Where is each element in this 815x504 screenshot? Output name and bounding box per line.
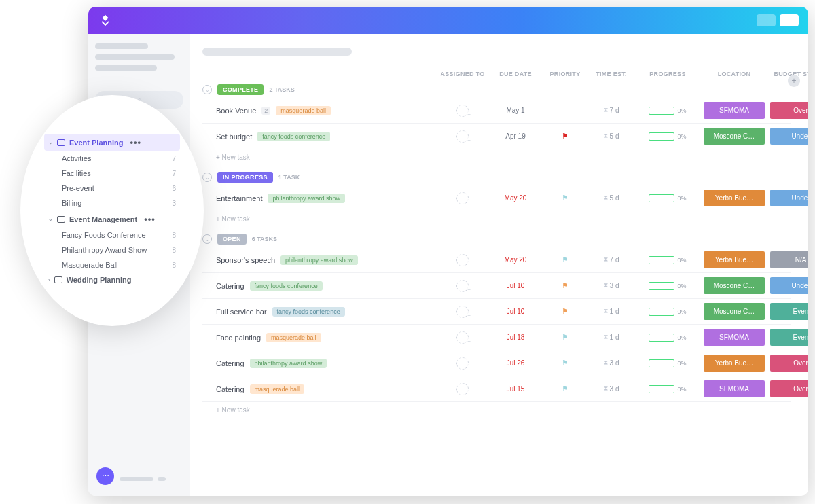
sidebar-item[interactable]: Activities7 (44, 151, 180, 166)
progress-cell[interactable]: 0% (637, 194, 698, 202)
tag-chip[interactable]: fancy foods conference (257, 132, 330, 141)
time-estimate[interactable]: ⧗3 d (591, 385, 632, 393)
more-icon[interactable]: ••• (144, 214, 156, 224)
priority-flag[interactable]: ⚑ (545, 384, 585, 393)
time-estimate[interactable]: ⧗1 d (591, 308, 632, 315)
assignee-placeholder[interactable] (456, 105, 469, 117)
location-chip[interactable]: SFMOMA (704, 102, 765, 119)
assignee-placeholder[interactable] (456, 254, 469, 266)
tag-chip[interactable]: masquerade ball (250, 384, 305, 394)
new-task-button[interactable]: + New task (202, 402, 791, 418)
progress-cell[interactable]: 0% (637, 107, 698, 115)
new-task-button[interactable]: + New task (202, 211, 791, 227)
progress-cell[interactable]: 0% (637, 334, 698, 342)
budget-chip[interactable]: Over (770, 102, 808, 119)
budget-chip[interactable]: Even (770, 303, 808, 320)
budget-chip[interactable]: N/A (770, 251, 808, 268)
priority-flag[interactable]: ⚑ (545, 132, 585, 141)
due-date[interactable]: Jul 15 (492, 385, 539, 393)
assignee-placeholder[interactable] (456, 383, 469, 395)
status-chip[interactable]: OPEN (217, 234, 247, 245)
sidebar-item[interactable]: Facilities7 (44, 166, 180, 181)
progress-cell[interactable]: 0% (637, 308, 698, 316)
new-task-button[interactable]: + New task (202, 149, 791, 165)
sidebar-item[interactable]: Fancy Foods Conference8 (44, 228, 180, 242)
add-column-button[interactable]: + (788, 75, 800, 87)
time-estimate[interactable]: ⧗1 d (591, 334, 632, 341)
more-icon[interactable]: ••• (130, 137, 141, 147)
sidebar-item[interactable]: Philanthropy Award Show8 (44, 242, 180, 257)
task-row[interactable]: Catering fancy foods conference Jul 10 ⚑… (202, 273, 791, 299)
budget-chip[interactable]: Under (770, 128, 808, 145)
collapse-icon[interactable]: ⌄ (202, 85, 212, 94)
task-row[interactable]: Sponsor's speech philanthropy award show… (202, 247, 791, 273)
assignee-placeholder[interactable] (456, 130, 469, 143)
sidebar-section-header[interactable]: ⌄ Event Planning ••• (44, 134, 180, 151)
sidebar-item[interactable]: Pre-event6 (44, 181, 180, 196)
status-chip[interactable]: IN PROGRESS (217, 172, 273, 183)
location-chip[interactable]: Yerba Bue… (704, 251, 765, 268)
status-chip[interactable]: COMPLETE (217, 84, 264, 95)
task-row[interactable]: Book Venue 2 masquerade ball May 1 ⧗7 d … (202, 98, 791, 124)
priority-flag[interactable]: ⚑ (545, 333, 585, 342)
due-date[interactable]: May 20 (492, 194, 539, 202)
task-row[interactable]: Catering philanthropy award show Jul 26 … (202, 350, 791, 376)
progress-cell[interactable]: 0% (637, 385, 698, 393)
progress-cell[interactable]: 0% (637, 282, 698, 290)
location-chip[interactable]: Yerba Bue… (704, 190, 765, 206)
progress-cell[interactable]: 0% (637, 359, 698, 367)
tag-chip[interactable]: philanthropy award show (268, 194, 345, 203)
tag-chip[interactable]: fancy foods conference (272, 307, 345, 317)
due-date[interactable]: Jul 10 (492, 308, 539, 315)
progress-cell[interactable]: 0% (637, 256, 698, 264)
location-chip[interactable]: Moscone C… (704, 128, 765, 145)
priority-flag[interactable]: ⚑ (545, 281, 585, 290)
window-control-2[interactable] (780, 14, 799, 26)
tag-chip[interactable]: fancy foods conference (250, 281, 323, 291)
sidebar-section-header[interactable]: › Wedding Planning (44, 272, 180, 287)
priority-flag[interactable]: ⚑ (545, 359, 585, 367)
due-date[interactable]: Jul 10 (492, 282, 539, 289)
budget-chip[interactable]: Even (770, 329, 808, 346)
task-row[interactable]: Set budget fancy foods conference Apr 19… (202, 124, 791, 149)
budget-chip[interactable]: Under (770, 277, 808, 294)
location-chip[interactable]: Moscone C… (704, 303, 765, 320)
time-estimate[interactable]: ⧗5 d (591, 132, 632, 140)
location-chip[interactable]: SFMOMA (704, 380, 765, 397)
time-estimate[interactable]: ⧗3 d (591, 282, 632, 289)
tag-chip[interactable]: philanthropy award show (280, 255, 358, 265)
due-date[interactable]: May 20 (492, 256, 539, 264)
task-row[interactable]: Catering masquerade ball Jul 15 ⚑ ⧗3 d 0… (202, 376, 791, 402)
collapse-icon[interactable]: ⌄ (202, 173, 212, 182)
due-date[interactable]: Jul 18 (492, 334, 539, 341)
budget-chip[interactable]: Under (770, 190, 808, 206)
chat-bubble-button[interactable]: ⋯ (96, 467, 114, 485)
collapse-icon[interactable]: ⌄ (202, 234, 212, 244)
progress-cell[interactable]: 0% (637, 132, 698, 141)
time-estimate[interactable]: ⧗7 d (591, 256, 632, 264)
assignee-placeholder[interactable] (456, 280, 469, 292)
time-estimate[interactable]: ⧗5 d (591, 194, 632, 202)
location-chip[interactable]: SFMOMA (704, 329, 765, 346)
priority-flag[interactable]: ⚑ (545, 255, 585, 264)
priority-flag[interactable]: ⚑ (545, 307, 585, 316)
assignee-placeholder[interactable] (456, 331, 469, 344)
task-row[interactable]: Face painting masquerade ball Jul 18 ⚑ ⧗… (202, 325, 791, 350)
sidebar-item[interactable]: Masquerade Ball8 (44, 257, 180, 272)
due-date[interactable]: May 1 (492, 107, 539, 114)
location-chip[interactable]: Moscone C… (704, 277, 765, 294)
budget-chip[interactable]: Over (770, 355, 808, 372)
time-estimate[interactable]: ⧗3 d (591, 359, 632, 367)
due-date[interactable]: Jul 26 (492, 359, 539, 367)
window-control-1[interactable] (757, 14, 776, 26)
sidebar-item[interactable]: Billing3 (44, 196, 180, 211)
time-estimate[interactable]: ⧗7 d (591, 107, 632, 114)
tag-chip[interactable]: philanthropy award show (250, 359, 327, 368)
due-date[interactable]: Apr 19 (492, 132, 539, 140)
task-row[interactable]: Entertainment philanthropy award show Ma… (202, 185, 791, 211)
tag-chip[interactable]: masquerade ball (266, 333, 321, 342)
tag-chip[interactable]: masquerade ball (276, 106, 331, 115)
budget-chip[interactable]: Over (770, 380, 808, 397)
assignee-placeholder[interactable] (456, 306, 469, 318)
location-chip[interactable]: Yerba Bue… (704, 355, 765, 372)
